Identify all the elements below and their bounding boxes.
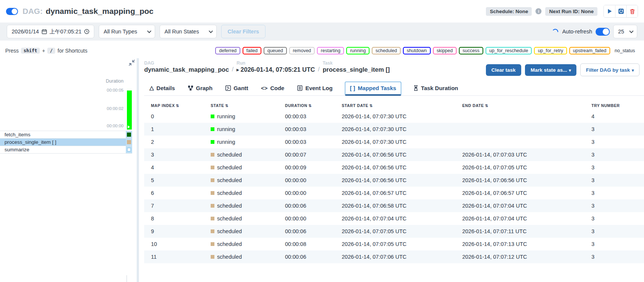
tab-label: Code bbox=[270, 85, 285, 91]
table-row[interactable]: 2 running 00:00:03 2026-01-14, 07:07:30 … bbox=[144, 136, 644, 148]
cell-start-date: 2026-01-14, 07:07:30 UTC bbox=[342, 113, 462, 119]
tab-event-log[interactable]: Event Log bbox=[296, 81, 333, 95]
state-square-icon bbox=[211, 153, 214, 157]
top-bar: DAG: dynamic_task_mapping_poc Schedule: … bbox=[0, 0, 644, 23]
state-badge: shutdown bbox=[403, 47, 431, 54]
col-state[interactable]: State⇅ bbox=[211, 103, 285, 108]
cell-start-date: 2026-01-14, 07:06:56 UTC bbox=[342, 164, 462, 170]
crumb-task-value[interactable]: process_single_item [] bbox=[323, 66, 390, 73]
state-badge: failed bbox=[243, 47, 261, 54]
detail-panel: DAG dynamic_task_mapping_poc / Run ▸2026… bbox=[139, 58, 644, 282]
table-row[interactable]: 11 scheduled 00:00:06 2026-01-14, 07:07:… bbox=[144, 250, 644, 263]
chevron-down-icon bbox=[147, 29, 151, 33]
cell-try-number: 3 bbox=[591, 228, 644, 234]
table-row[interactable]: 6 scheduled 00:00:00 2026-01-14, 07:06:5… bbox=[144, 187, 644, 199]
filter-bar: 2026/01/14 上午07:05:21 All Run Types All … bbox=[0, 23, 644, 41]
tab-details[interactable]: △ Details bbox=[149, 81, 176, 95]
base-date-input[interactable]: 2026/01/14 上午07:05:21 bbox=[7, 25, 94, 38]
dag-pause-toggle[interactable] bbox=[6, 8, 18, 15]
run-types-select[interactable]: All Run Types bbox=[99, 25, 155, 38]
cell-map-index: 4 bbox=[144, 164, 211, 170]
tab-gantt[interactable]: Gantt bbox=[225, 81, 249, 95]
cell-duration: 00:00:08 bbox=[285, 241, 342, 247]
cell-start-date: 2026-01-14, 07:06:57 UTC bbox=[342, 190, 462, 196]
reparse-dag-button[interactable] bbox=[615, 5, 626, 17]
task-state-swatch bbox=[127, 148, 131, 152]
table-row[interactable]: 10 scheduled 00:00:08 2026-01-14, 07:07:… bbox=[144, 238, 644, 250]
delete-dag-button[interactable] bbox=[626, 5, 638, 17]
tab-label: Graph bbox=[196, 85, 213, 91]
table-row[interactable]: 0 running 00:00:03 2026-01-14, 07:07:30 … bbox=[144, 110, 644, 123]
sidebar-task-row[interactable]: summarize bbox=[0, 146, 132, 154]
tab-bar: △ Details Graph Gantt <> Code Event Log … bbox=[144, 81, 644, 96]
cell-state: scheduled bbox=[211, 164, 285, 170]
filter-dag-button[interactable]: Filter DAG by task▾ bbox=[580, 63, 639, 76]
duration-axis-label: Duration bbox=[106, 78, 124, 84]
page-size-select[interactable]: 25 bbox=[613, 25, 637, 38]
sub-bar: Press shift + / for Shortcuts deferred f… bbox=[0, 41, 644, 58]
cell-map-index: 1 bbox=[144, 126, 211, 132]
col-map-index[interactable]: Map Index⇅ bbox=[144, 103, 211, 108]
date-value: 2026/01/14 bbox=[12, 29, 39, 35]
col-duration[interactable]: Duration⇅ bbox=[285, 103, 342, 108]
mark-state-button[interactable]: Mark state as...▾ bbox=[525, 64, 576, 76]
tab-mapped-tasks[interactable]: [ ] Mapped Tasks bbox=[345, 81, 401, 96]
cell-duration: 00:00:06 bbox=[285, 203, 342, 209]
task-state-swatch bbox=[127, 133, 131, 137]
cell-try-number: 3 bbox=[591, 126, 644, 132]
state-badge: queued bbox=[264, 47, 287, 54]
sidebar-task-row[interactable]: fetch_items bbox=[0, 131, 132, 139]
run-states-select[interactable]: All Run States bbox=[160, 25, 217, 38]
cell-duration: 00:00:00 bbox=[285, 216, 342, 222]
trigger-dag-button[interactable] bbox=[604, 5, 615, 17]
table-row[interactable]: 5 scheduled 00:00:00 2026-01-14, 07:06:5… bbox=[144, 174, 644, 187]
sidebar-task-row[interactable]: process_single_item [ ] bbox=[0, 139, 132, 146]
clear-filters-button[interactable]: Clear Filters bbox=[221, 25, 265, 38]
caret-right-icon: ▸ bbox=[237, 67, 239, 72]
collapse-icon[interactable] bbox=[128, 59, 135, 66]
cell-start-date: 2026-01-14, 07:07:30 UTC bbox=[342, 126, 462, 132]
clock-icon bbox=[84, 29, 89, 34]
tab-graph[interactable]: Graph bbox=[187, 81, 213, 95]
table-row[interactable]: 4 scheduled 00:00:09 2026-01-14, 07:06:5… bbox=[144, 161, 644, 174]
toggle-knob bbox=[603, 29, 609, 35]
axis-tick: 00:00:02 bbox=[107, 106, 124, 111]
crumb-separator: / bbox=[318, 66, 320, 73]
tab-code[interactable]: <> Code bbox=[260, 81, 285, 95]
time-value: 上午07:05:21 bbox=[50, 28, 81, 35]
table-row[interactable]: 8 scheduled 00:00:00 2026-01-14, 07:07:0… bbox=[144, 212, 644, 225]
state-square-icon bbox=[211, 204, 214, 208]
state-square-icon bbox=[211, 255, 214, 259]
crumb-dag-value[interactable]: dynamic_task_mapping_poc bbox=[144, 66, 229, 73]
cell-map-index: 3 bbox=[144, 152, 211, 158]
toggle-knob bbox=[12, 9, 17, 14]
table-row[interactable]: 9 scheduled 00:00:06 2026-01-14, 07:07:0… bbox=[144, 225, 644, 238]
info-icon[interactable]: i bbox=[535, 8, 541, 14]
cell-start-date: 2026-01-14, 07:07:04 UTC bbox=[342, 216, 462, 222]
col-start-date[interactable]: Start Date⇅ bbox=[342, 103, 462, 108]
state-badge: success bbox=[459, 47, 483, 54]
table-row[interactable]: 7 scheduled 00:00:06 2026-01-14, 07:06:5… bbox=[144, 199, 644, 212]
task-name: summarize bbox=[0, 147, 29, 152]
tab-label: Event Log bbox=[305, 85, 333, 91]
run-duration-bar[interactable] bbox=[127, 90, 132, 130]
tab-task-duration[interactable]: Task Duration bbox=[413, 81, 459, 95]
clear-task-button[interactable]: Clear task bbox=[486, 64, 522, 76]
cell-map-index: 5 bbox=[144, 177, 211, 183]
state-badge: running bbox=[346, 47, 370, 54]
auto-refresh-toggle[interactable] bbox=[596, 28, 610, 36]
table-row[interactable]: 3 scheduled 00:00:07 2026-01-14, 07:06:5… bbox=[144, 148, 644, 161]
cell-end-date: 2026-01-14, 07:07:11 UTC bbox=[462, 228, 591, 234]
event-log-icon bbox=[297, 85, 303, 91]
table-row[interactable]: 1 running 00:00:03 2026-01-14, 07:07:30 … bbox=[144, 123, 644, 136]
cell-state: scheduled bbox=[211, 203, 285, 209]
crumb-run-value[interactable]: ▸2026-01-14, 07:05:21 UTC bbox=[237, 66, 315, 73]
sort-icon: ⇅ bbox=[370, 104, 373, 108]
state-badge: restarting bbox=[317, 47, 344, 54]
cell-end-date: 2026-01-14, 07:06:56 UTC bbox=[462, 177, 591, 183]
next-run-badge: Next Run ID: None bbox=[545, 7, 597, 16]
state-badge: no_status bbox=[612, 47, 639, 54]
col-end-date[interactable]: End Date⇅ bbox=[462, 103, 591, 108]
cell-try-number: 3 bbox=[591, 203, 644, 209]
reparse-icon bbox=[618, 8, 624, 14]
